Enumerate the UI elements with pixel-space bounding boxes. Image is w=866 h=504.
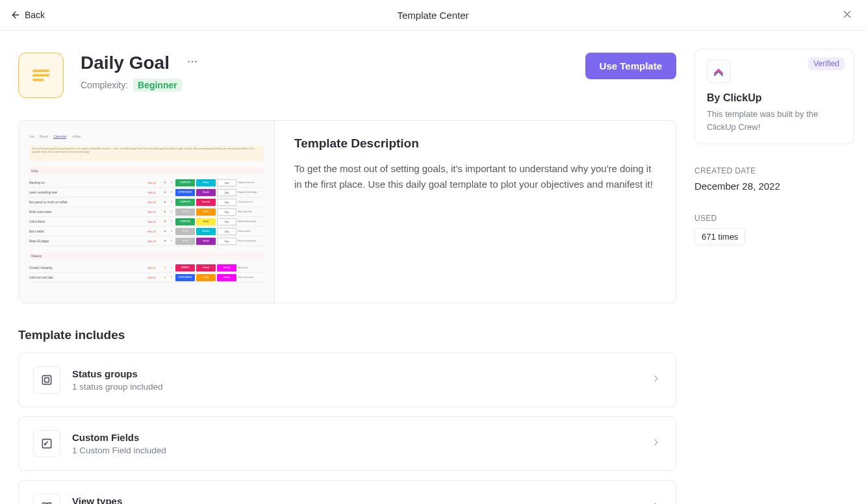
includes-heading: Template includes (18, 328, 676, 342)
clickup-logo-icon (713, 66, 724, 77)
author-name: By ClickUp (707, 92, 842, 104)
svg-point-8 (195, 61, 197, 63)
list-icon (30, 64, 52, 86)
header-info: Daily Goal Complexity: Beginner (81, 53, 568, 90)
back-label: Back (25, 10, 45, 20)
created-date-label: CREATED DATE (694, 166, 854, 175)
include-info: Custom Fields 1 Custom Field included (72, 432, 639, 455)
svg-rect-11 (42, 439, 51, 447)
arrow-left-icon (10, 10, 21, 20)
sidebar-column: Verified By ClickUp This template was bu… (694, 31, 866, 504)
template-icon (18, 53, 64, 98)
description-heading: Template Description (294, 136, 656, 151)
include-info: Status groups 1 status group included (72, 368, 639, 392)
use-template-button[interactable]: Use Template (585, 53, 676, 79)
author-logo (707, 60, 730, 83)
description-card: List Board Calendar +View Set and hit yo… (18, 120, 676, 303)
svg-point-6 (188, 61, 190, 63)
close-icon (841, 8, 853, 20)
close-button[interactable] (839, 6, 856, 25)
content-wrapper: Daily Goal Complexity: Beginner Use Temp… (0, 31, 866, 504)
author-description: This template was built by the ClickUp C… (707, 108, 842, 133)
complexity-row: Complexity: Beginner (81, 80, 568, 90)
created-date-value: December 28, 2022 (694, 181, 854, 192)
topbar-title: Template Center (397, 10, 468, 21)
topbar: Back Template Center (0, 0, 866, 31)
more-menu-button[interactable] (186, 56, 198, 70)
include-card-view-types[interactable]: View types 3 view types included (18, 480, 676, 504)
chevron-right-icon (651, 373, 661, 386)
status-groups-icon (33, 366, 60, 394)
template-header: Daily Goal Complexity: Beginner Use Temp… (18, 53, 676, 98)
description-text: To get the most out of setting goals, it… (294, 161, 656, 192)
verified-badge: Verified (808, 57, 845, 70)
include-subtitle: 1 Custom Field included (72, 446, 639, 455)
svg-point-7 (192, 61, 194, 63)
ellipsis-icon (186, 56, 198, 68)
chevron-right-icon (651, 501, 661, 504)
complexity-label: Complexity: (81, 80, 128, 90)
svg-rect-10 (45, 378, 49, 383)
used-value: 671 times (694, 228, 745, 246)
template-preview-image: List Board Calendar +View Set and hit yo… (19, 121, 275, 303)
chevron-right-icon (651, 437, 661, 450)
page-title: Daily Goal (81, 53, 170, 73)
used-label: USED (694, 214, 854, 223)
created-date-section: CREATED DATE December 28, 2022 (694, 166, 854, 192)
svg-rect-9 (42, 375, 51, 384)
used-section: USED 671 times (694, 214, 854, 246)
title-row: Daily Goal (81, 53, 568, 73)
author-card: Verified By ClickUp This template was bu… (694, 49, 854, 144)
complexity-badge: Beginner (133, 79, 182, 92)
include-card-custom-fields[interactable]: Custom Fields 1 Custom Field included (18, 416, 676, 471)
include-card-status-groups[interactable]: Status groups 1 status group included (18, 353, 676, 407)
include-info: View types 3 view types included (72, 496, 639, 504)
include-subtitle: 1 status group included (72, 382, 639, 392)
custom-fields-icon (33, 430, 60, 457)
include-title: Status groups (72, 368, 639, 379)
include-title: Custom Fields (72, 432, 639, 443)
description-body: Template Description To get the most out… (275, 121, 676, 303)
include-title: View types (72, 496, 639, 504)
back-button[interactable]: Back (10, 10, 45, 20)
main-column[interactable]: Daily Goal Complexity: Beginner Use Temp… (0, 31, 694, 504)
view-types-icon (33, 494, 60, 504)
